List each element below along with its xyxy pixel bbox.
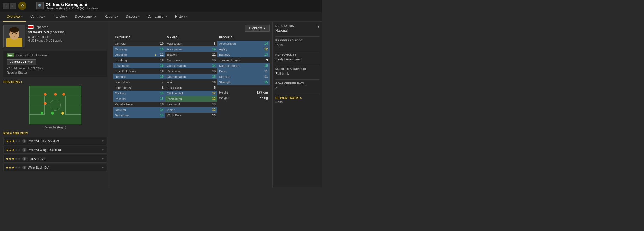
stat-free-kick: Free Kick Taking 10: [113, 68, 165, 74]
goalkeeper-value: 3: [275, 86, 319, 90]
tab-reports[interactable]: Reports ▾: [100, 12, 122, 21]
pos-dot-3: [62, 93, 65, 96]
goalkeeper-label: GOALKEEPER RATI...: [275, 82, 319, 85]
tab-transfer[interactable]: Transfer ▾: [49, 12, 71, 21]
stat-concentration: Concentration 14: [165, 63, 217, 68]
role-item-2[interactable]: ★★★ ★★ i Inverted Wing-Back (Su) ▼: [3, 146, 107, 154]
role-duty-header: ROLE AND DUTY: [3, 132, 107, 135]
stat-acceleration: Acceleration 14: [217, 41, 270, 46]
physical-header: PHYSICAL: [217, 34, 270, 40]
stat-tackling: Tackling 14: [113, 107, 165, 113]
stat-natural-fitness: Natural Fitness 15: [217, 63, 270, 68]
highlight-button[interactable]: Highlight ▾: [245, 25, 270, 32]
role-chevron-1[interactable]: ▼: [102, 140, 104, 143]
stat-teamwork: Teamwork 13: [165, 102, 217, 107]
svg-point-3: [12, 33, 13, 34]
prev-button[interactable]: ‹: [3, 3, 9, 9]
stat-decisions: Decisions 13: [165, 68, 217, 74]
stat-jumping: Jumping Reach 9: [217, 57, 270, 63]
wnt-badge: Wnt: [7, 53, 14, 57]
nationality-flag: Japanese: [28, 25, 107, 29]
stat-positioning: Positioning 12: [165, 96, 217, 102]
highlight-bar: Highlight ▾: [113, 25, 270, 32]
search-button[interactable]: 🔍: [36, 2, 44, 9]
role-name-3: Full-Back (At): [28, 157, 100, 160]
contracted-label: Contracted to Kashiwa: [16, 54, 47, 57]
stat-first-touch: First Touch 16: [113, 63, 165, 68]
stars-4: ★★★ ★★: [6, 166, 21, 169]
media-desc-section: MEDIA DESCRIPTION Full-back: [275, 68, 319, 76]
role-info-icon-3[interactable]: i: [22, 157, 26, 161]
tab-discuss[interactable]: Discuss ▾: [122, 12, 143, 21]
pos-dot-4: [44, 102, 47, 105]
field-right-box: [65, 96, 81, 115]
pos-dot-1: [44, 93, 47, 96]
tab-comparison[interactable]: Comparison ▾: [143, 12, 171, 21]
pos-dot-2: [54, 93, 57, 96]
stat-corners: Corners 10: [113, 41, 165, 46]
contract-section: Wnt Contracted to Kashiwa ¥920M - ¥1.25B…: [3, 51, 107, 77]
stat-passing: Passing 15: [113, 96, 165, 102]
personality-value: Fairly Determined: [275, 57, 319, 61]
stars-3: ★★★ ★★: [6, 157, 21, 161]
stat-stamina: Stamina 11: [217, 74, 270, 79]
tab-overview[interactable]: Overview ▾: [3, 12, 26, 22]
role-name-1: Inverted Full-Back (De): [28, 139, 100, 143]
preferred-foot-value: Right: [275, 43, 319, 47]
player-icon: ⚙: [18, 2, 26, 10]
role-info-icon-1[interactable]: i: [22, 139, 26, 143]
role-item-3[interactable]: ★★★ ★★ i Full-Back (At) ▼: [3, 155, 107, 163]
role-chevron-2[interactable]: ▼: [102, 148, 104, 152]
roles-list: ★★★ ★★ i Inverted Full-Back (De) ▼ ★★★ ★…: [3, 137, 107, 171]
technical-header: TECHNICAL: [113, 34, 165, 40]
personality-section: PERSONALITY Fairly Determined: [275, 53, 319, 61]
stat-work-rate: Work Rate 13: [165, 113, 217, 118]
expand-icon[interactable]: ▾: [318, 25, 319, 29]
player-info-top: Japanese 29 years old (24/5/1994) 0 caps…: [3, 25, 107, 47]
media-desc-value: Full-back: [275, 72, 319, 76]
next-button[interactable]: ›: [10, 3, 16, 9]
role-item-1[interactable]: ★★★ ★★ i Inverted Full-Back (De) ▼: [3, 137, 107, 145]
tab-development[interactable]: Development ▾: [71, 12, 101, 21]
physical-column: PHYSICAL Acceleration 14 Agility 12 Bala…: [217, 34, 270, 118]
traits-value: None: [275, 100, 319, 103]
caps: 0 caps / 0 goals: [28, 35, 107, 38]
role-info-icon-2[interactable]: i: [22, 148, 26, 152]
nationality: Japanese: [35, 25, 48, 29]
player-traits-link[interactable]: PLAYER TRAITS >: [275, 96, 319, 100]
stat-heading: Heading 15: [113, 74, 165, 79]
player-subtitle: Defender (Right) / WB/M (R) - Kashiwa: [46, 7, 319, 10]
reputation-label: REPUTATION: [275, 25, 294, 28]
pos-dot-6: [51, 112, 54, 115]
technical-column: TECHNICAL Corners 10 Crossing 15 Dribbli…: [113, 34, 165, 118]
player-title: 24. Naoki Kawaguchi Defender (Right) / W…: [46, 2, 319, 10]
media-desc-label: MEDIA DESCRIPTION: [275, 68, 319, 71]
mental-column: MENTAL Aggression 8 Anticipation 14 Brav…: [165, 34, 217, 118]
personality-label: PERSONALITY: [275, 53, 319, 56]
player-avatar: [3, 25, 25, 47]
stat-pace: Pace 11: [217, 68, 270, 74]
right-sidebar: REPUTATION ▾ National PREFERRED FOOT Rig…: [272, 22, 322, 187]
reputation-header: REPUTATION ▾: [275, 25, 319, 29]
tab-history[interactable]: History ▾: [171, 12, 191, 21]
regular-starter: Regular Starter: [7, 71, 103, 74]
top-bar: ‹ › ⚙ 🔍 24. Naoki Kawaguchi Defender (Ri…: [0, 0, 322, 12]
age-dob: 29 years old (24/5/1994): [28, 30, 107, 34]
left-panel: Japanese 29 years old (24/5/1994) 0 caps…: [0, 22, 110, 187]
svg-point-4: [16, 33, 17, 34]
positions-header[interactable]: POSITIONS >: [3, 80, 107, 84]
role-chevron-4[interactable]: ▼: [102, 166, 104, 169]
u21-caps: 4 U21 caps / 0 U21 goals: [28, 39, 107, 42]
role-item-4[interactable]: ★★★ ★★ i Wing-Back (De) ▼: [3, 164, 107, 171]
tab-contract[interactable]: Contract ▾: [26, 12, 49, 21]
stat-long-throws: Long Throws 8: [113, 85, 165, 91]
stat-dribbling: Dribbling ▲ 11: [113, 52, 165, 57]
role-info-icon-4[interactable]: i: [22, 166, 26, 169]
field-center-circle: [50, 100, 61, 111]
stat-aggression: Aggression 8: [165, 41, 217, 46]
role-chevron-3[interactable]: ▼: [102, 157, 104, 160]
soccer-field: [29, 86, 81, 124]
stat-anticipation: Anticipation 14: [165, 46, 217, 52]
contract-details: ¥2.05M p/w until 31/1/2025: [7, 67, 103, 70]
preferred-foot-section: PREFERRED FOOT Right: [275, 39, 319, 47]
